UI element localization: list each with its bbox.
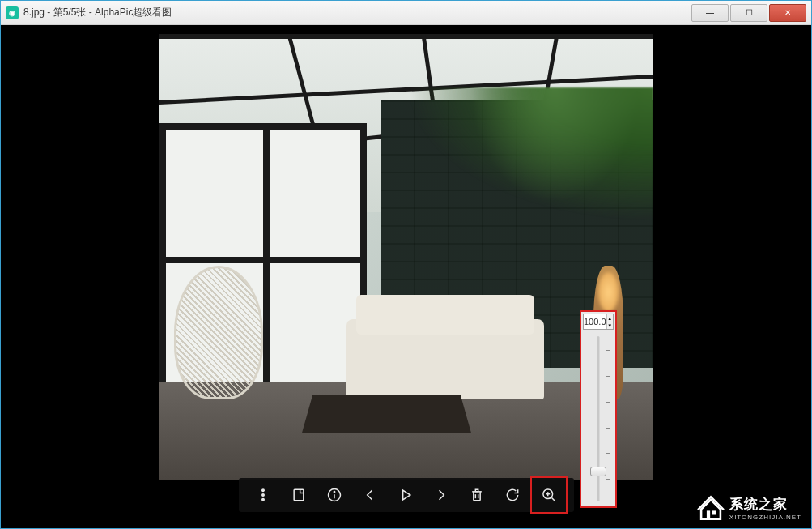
trash-icon (469, 487, 485, 503)
refresh-icon (504, 487, 521, 503)
scene-table (301, 395, 471, 433)
svg-line-11 (551, 497, 555, 501)
watermark-sub: XITONGZHIJIA.NET (729, 514, 801, 521)
watermark-text: 系统之家 XITONGZHIJIA.NET (729, 495, 801, 521)
svg-point-2 (261, 499, 264, 501)
app-window: ◉ 8.jpg - 第5/5张 - AlphaPic超级看图 — ☐ ✕ (0, 0, 812, 529)
svg-marker-7 (402, 490, 410, 500)
image-display[interactable] (159, 34, 653, 480)
title-bar[interactable]: ◉ 8.jpg - 第5/5张 - AlphaPic超级看图 — ☐ ✕ (1, 1, 811, 25)
svg-point-6 (334, 492, 334, 493)
delete-button[interactable] (459, 478, 495, 512)
zoom-slider-track[interactable] (583, 333, 614, 505)
watermark-main: 系统之家 (729, 495, 801, 514)
rotate-note-icon (291, 487, 307, 503)
info-icon (326, 487, 342, 503)
refresh-button[interactable] (495, 478, 530, 512)
zoom-in-icon (541, 487, 557, 503)
zoom-panel: 100.0 ▲ ▼ (580, 310, 617, 508)
more-button[interactable] (245, 478, 281, 512)
scene-beam (159, 34, 653, 39)
svg-point-1 (261, 494, 264, 497)
svg-rect-14 (707, 510, 710, 518)
app-icon: ◉ (6, 6, 19, 19)
watermark: 系统之家 XITONGZHIJIA.NET (697, 494, 801, 522)
zoom-slider-thumb[interactable] (590, 467, 606, 476)
house-icon (697, 494, 725, 522)
zoom-in-button[interactable] (530, 476, 568, 514)
maximize-button[interactable]: ☐ (730, 4, 767, 22)
previous-button[interactable] (352, 478, 388, 512)
close-button[interactable]: ✕ (769, 4, 806, 22)
svg-rect-3 (294, 489, 304, 500)
bottom-toolbar (239, 478, 574, 512)
scene-sofa (346, 319, 544, 399)
minimize-button[interactable]: — (691, 4, 729, 22)
play-button[interactable] (388, 478, 423, 512)
scene-chair (174, 266, 263, 399)
zoom-spinner: ▲ ▼ (606, 314, 613, 329)
window-controls: — ☐ ✕ (690, 4, 806, 22)
more-icon (255, 487, 271, 503)
window-title: 8.jpg - 第5/5张 - AlphaPic超级看图 (23, 6, 690, 19)
next-button[interactable] (423, 478, 459, 512)
svg-rect-15 (712, 510, 716, 514)
info-button[interactable] (317, 478, 352, 512)
play-icon (397, 487, 414, 503)
next-icon (433, 487, 449, 503)
scene-plants (406, 87, 653, 221)
zoom-value-box: 100.0 ▲ ▼ (583, 314, 614, 330)
zoom-spinner-up[interactable]: ▲ (607, 314, 613, 322)
zoom-value-input[interactable]: 100.0 (584, 314, 606, 329)
note-button[interactable] (281, 478, 317, 512)
svg-point-0 (261, 489, 264, 492)
viewer-content: 100.0 ▲ ▼ (1, 25, 811, 528)
zoom-spinner-down[interactable]: ▼ (607, 322, 613, 329)
previous-icon (362, 487, 378, 503)
